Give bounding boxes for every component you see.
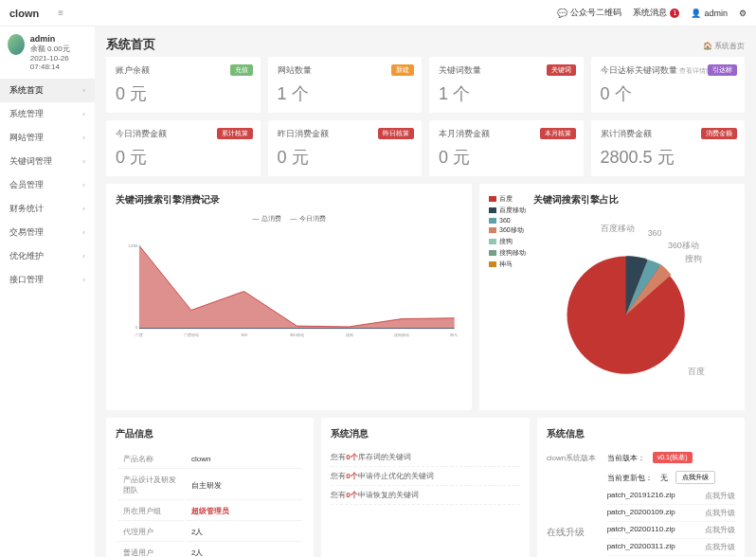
messages-panel: 系统消息 您有0个库存词的关键词您有0个申请停止优化的关键词您有0个申请恢复的关… [321, 418, 529, 557]
breadcrumb: 🏠 系统首页 [703, 41, 745, 51]
card-badge[interactable]: 昨日核算 [378, 128, 414, 139]
patch-upgrade-button[interactable]: 点我升级 [705, 542, 735, 552]
sidebar: admin 余额 0.00元 2021-10-26 07:48:14 系统首页系… [0, 27, 95, 557]
user-time: 2021-10-26 07:48:14 [30, 54, 87, 71]
user-balance: 余额 0.00元 [30, 44, 87, 54]
svg-text:搜狗移动: 搜狗移动 [394, 332, 409, 337]
user-name: admin [30, 34, 87, 44]
stat-card: 今日消费金额 累计核算 0 元 [106, 120, 261, 176]
user-menu[interactable]: 👤 admin [691, 9, 728, 18]
nav-item-0[interactable]: 系统首页 [0, 79, 95, 102]
nav-item-6[interactable]: 交易管理 [0, 221, 95, 244]
top-header: clown ≡ 💬 公众号二维码 系统消息1 👤 admin ⚙ [0, 0, 756, 27]
svg-text:360移动: 360移动 [290, 332, 304, 337]
patch-row: patch_20191216.zip点我升级 [607, 488, 735, 505]
message-line[interactable]: 您有0个申请恢复的关键词 [331, 486, 519, 505]
svg-text:百度移动: 百度移动 [184, 332, 199, 337]
pie-panel: 百度百度移动360360移动搜狗搜狗移动神马 关键词搜索引擎占比 百度移动 36… [479, 184, 745, 410]
svg-text:360: 360 [648, 228, 662, 238]
stat-card: 关键词数量 关键词 1 个 [429, 57, 584, 113]
svg-marker-4 [139, 245, 455, 328]
svg-text:1,800: 1,800 [128, 243, 138, 248]
sysmsg-link[interactable]: 系统消息1 [633, 7, 679, 19]
nav-item-8[interactable]: 接口管理 [0, 268, 95, 292]
sysinfo-panel: 系统信息 clown系统版本 当前版本： v0.1(筑基) 当前更新包： 无 点… [537, 418, 745, 557]
svg-text:0: 0 [135, 325, 138, 330]
chart-panel: 关键词搜索引擎消费记录 总消费 今日消费 1,800 0 [106, 184, 472, 410]
message-line[interactable]: 您有0个库存词的关键词 [331, 448, 519, 467]
pie-title: 关键词搜索引擎占比 [533, 193, 735, 207]
brand: clown [9, 8, 39, 19]
nav-item-4[interactable]: 会员管理 [0, 173, 95, 197]
main: 系统首页 🏠 系统首页 账户余额 充值 0 元网站数量 新建 1 个关键词数量 … [95, 27, 756, 557]
patch-upgrade-button[interactable]: 点我升级 [705, 525, 735, 535]
card-badge[interactable]: 引达标 [708, 64, 737, 76]
stat-card: 本月消费金额 本月核算 0 元 [429, 120, 584, 176]
svg-text:百度: 百度 [135, 332, 143, 337]
patch-row: patch_20200311.zip点我升级 [607, 539, 735, 556]
card-badge[interactable]: 关键词 [547, 64, 576, 76]
nav-item-1[interactable]: 系统管理 [0, 102, 95, 126]
stat-card: 昨日消费金额 昨日核算 0 元 [268, 120, 423, 176]
qrcode-link[interactable]: 💬 公众号二维码 [557, 7, 621, 19]
message-line[interactable]: 您有0个申请停止优化的关键词 [331, 467, 519, 486]
version-badge: v0.1(筑基) [653, 452, 693, 463]
nav-item-7[interactable]: 优化维护 [0, 244, 95, 268]
svg-text:百度: 百度 [688, 367, 705, 376]
patch-upgrade-button[interactable]: 点我升级 [705, 508, 735, 518]
svg-text:360移动: 360移动 [668, 241, 699, 250]
upgrade-button[interactable]: 点我升级 [675, 471, 715, 484]
nav-item-5[interactable]: 财务统计 [0, 197, 95, 221]
nav-item-3[interactable]: 关键词管理 [0, 150, 95, 173]
page-title: 系统首页 [106, 36, 155, 53]
nav-item-2[interactable]: 网站管理 [0, 126, 95, 150]
svg-text:360: 360 [241, 332, 248, 337]
area-chart: 1,800 0 百度百度移动360360移动搜狗搜狗移动神马 [116, 227, 462, 350]
user-box: admin 余额 0.00元 2021-10-26 07:48:14 [0, 27, 95, 79]
patch-row: patch_20200109.zip点我升级 [607, 505, 735, 522]
settings-icon[interactable]: ⚙ [739, 9, 747, 18]
menu-toggle-icon[interactable]: ≡ [58, 8, 63, 18]
card-badge[interactable]: 本月核算 [540, 128, 576, 139]
avatar [8, 34, 25, 55]
patch-row: patch_20200110.zip点我升级 [607, 522, 735, 539]
chart-legend: 总消费 今日消费 [116, 214, 462, 224]
stat-card: 今日达标关键词数量 查看详情统计 引达标 0 个 [591, 57, 746, 113]
pie-chart: 百度移动 360 360移动 搜狗 百度 [533, 214, 735, 399]
stat-card: 账户余额 充值 0 元 [106, 57, 261, 113]
card-badge[interactable]: 充值 [230, 64, 253, 76]
product-panel: 产品信息 产品名称clown产品设计及研发团队自主研发所在用户组超级管理员代理用… [106, 418, 314, 557]
chart-title: 关键词搜索引擎消费记录 [116, 193, 462, 207]
svg-text:搜狗: 搜狗 [346, 332, 353, 337]
svg-text:神马: 神马 [450, 332, 458, 337]
pie-legend: 百度百度移动360360移动搜狗搜狗移动神马 [489, 193, 526, 401]
stat-card: 网站数量 新建 1 个 [268, 57, 423, 113]
svg-text:搜狗: 搜狗 [685, 254, 702, 263]
card-badge[interactable]: 新建 [391, 64, 414, 76]
card-badge[interactable]: 消费金额 [701, 128, 737, 139]
svg-text:百度移动: 百度移动 [601, 224, 635, 233]
stat-card: 累计消费金额 消费金额 2800.5 元 [591, 120, 746, 176]
patch-upgrade-button[interactable]: 点我升级 [705, 491, 735, 501]
card-badge[interactable]: 累计核算 [217, 128, 253, 139]
